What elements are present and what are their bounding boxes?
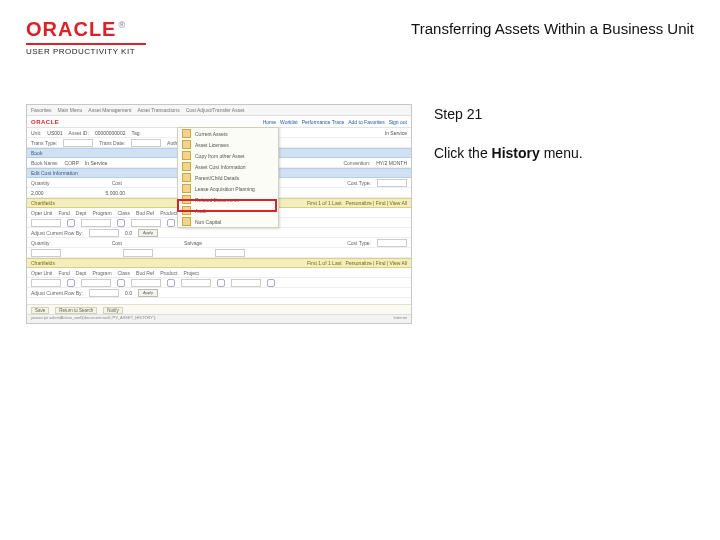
lookup-icon[interactable]	[117, 279, 125, 287]
bc-0: Favorites	[31, 107, 52, 113]
conv-label: Convention:	[343, 160, 370, 166]
status-right: Internet	[393, 315, 407, 323]
logo-tm: ®	[118, 20, 126, 30]
lookup-icon[interactable]	[167, 219, 175, 227]
status-left: javascript submitAction_win0(document.wi…	[31, 315, 156, 323]
menu-item: Current Assets	[178, 128, 278, 139]
history-highlight	[177, 199, 277, 212]
link-fav[interactable]: Add to Favorites	[348, 119, 384, 125]
bc-1: Main Menu	[58, 107, 83, 113]
go-menu[interactable]: Current Assets Asset Licenses Copy from …	[177, 127, 279, 228]
book-name-label: Book Name:	[31, 160, 59, 166]
folder-icon	[182, 173, 191, 182]
adjust-row: Adjust Current Row By: 0.0 Apply	[27, 228, 411, 238]
folder-icon	[182, 162, 191, 171]
adjust-value: 0.0	[125, 230, 132, 236]
trans-type-input[interactable]	[63, 139, 93, 147]
lookup-icon[interactable]	[167, 279, 175, 287]
unit-value: US001	[47, 130, 62, 136]
folder-icon	[182, 151, 191, 160]
find-link[interactable]: Personalize | Find | View All	[346, 200, 407, 206]
cost-value-row-2	[27, 248, 411, 258]
app-screenshot: Favorites Main Menu Asset Management Ass…	[26, 104, 412, 324]
trans-type-label: Trans Type:	[31, 140, 57, 146]
qty-input[interactable]	[31, 249, 61, 257]
apply-button[interactable]: Apply	[138, 289, 158, 297]
header: ORACLE® USER PRODUCTIVITY KIT Transferri…	[26, 18, 694, 56]
menu-item: Parent/Child Details	[178, 172, 278, 183]
adjust-label: Adjust Current Row By:	[31, 230, 83, 236]
cf-input[interactable]	[81, 279, 111, 287]
folder-icon	[182, 129, 191, 138]
book-name: CORP	[65, 160, 79, 166]
lookup-icon[interactable]	[117, 219, 125, 227]
cost-header-row-2: Quantity Cost Salvage Cost Type:	[27, 238, 411, 248]
menu-item: Asset Cost Information	[178, 161, 278, 172]
link-home[interactable]: Home	[263, 119, 276, 125]
chart-section-2: Chartfields Personalize | Find | View Al…	[27, 258, 411, 268]
tag-label: Tag:	[131, 130, 140, 136]
cost-value: 5,000.00	[106, 190, 125, 196]
lookup-icon[interactable]	[217, 279, 225, 287]
qty-label: Quantity	[31, 180, 50, 186]
folder-icon	[182, 217, 191, 226]
cf-input[interactable]	[81, 219, 111, 227]
status-value: In Service	[385, 130, 407, 136]
apply-button[interactable]: Apply	[138, 229, 158, 237]
logo-text: ORACLE	[26, 18, 116, 40]
costtype-label: Cost Type:	[347, 180, 371, 186]
adjust-input[interactable]	[89, 289, 119, 297]
bc-4: Cost Adjust/Transfer Asset	[186, 107, 245, 113]
body: Favorites Main Menu Asset Management Ass…	[26, 104, 694, 324]
lookup-icon[interactable]	[67, 279, 75, 287]
folder-icon	[182, 184, 191, 193]
brand-subtitle: USER PRODUCTIVITY KIT	[26, 47, 146, 56]
menu-item: Non Capital	[178, 216, 278, 227]
doc-title: Transferring Assets Within a Business Un…	[411, 20, 694, 37]
oracle-logo: ORACLE®	[26, 18, 146, 41]
brand-block: ORACLE® USER PRODUCTIVITY KIT	[26, 18, 146, 56]
cf-input[interactable]	[31, 279, 61, 287]
lookup-icon[interactable]	[67, 219, 75, 227]
brand-rule	[26, 43, 146, 45]
cf-input[interactable]	[131, 219, 161, 227]
app-logo: ORACLE	[31, 119, 59, 125]
book-status: In Service	[85, 160, 107, 166]
save-button[interactable]: Save	[31, 307, 49, 314]
return-button[interactable]: Return to Search	[55, 307, 97, 314]
cf-input[interactable]	[131, 279, 161, 287]
step-bold: History	[492, 145, 540, 161]
trans-date-input[interactable]	[131, 139, 161, 147]
unit-label: Unit:	[31, 130, 41, 136]
folder-icon	[182, 140, 191, 149]
step-text: Click the History menu.	[434, 143, 694, 164]
step-after: menu.	[540, 145, 583, 161]
bc-2: Asset Management	[88, 107, 131, 113]
trans-date-label: Trans Date:	[99, 140, 125, 146]
cost-type-input[interactable]	[377, 239, 407, 247]
chart-inputs-row-2	[27, 278, 411, 288]
cost-type-input[interactable]	[377, 179, 407, 187]
asset-value: 00000000002	[95, 130, 126, 136]
breadcrumb: Favorites Main Menu Asset Management Ass…	[27, 105, 411, 116]
menu-item: Lease Acquisition Planning	[178, 183, 278, 194]
row-indicator: First 1 of 1 Last	[307, 200, 341, 206]
lookup-icon[interactable]	[267, 279, 275, 287]
salvage-input[interactable]	[215, 249, 245, 257]
cf-input[interactable]	[231, 279, 261, 287]
adjust-input[interactable]	[89, 229, 119, 237]
menu-item: Copy from other Asset	[178, 150, 278, 161]
menu-item: Asset Licenses	[178, 139, 278, 150]
cf-input[interactable]	[181, 279, 211, 287]
link-perf[interactable]: Performance Trace	[302, 119, 345, 125]
step-before: Click the	[434, 145, 492, 161]
bc-3: Asset Transactions	[137, 107, 179, 113]
conv-value: HY/2 MONTH	[376, 160, 407, 166]
link-worklist[interactable]: Worklist	[280, 119, 298, 125]
link-signout[interactable]: Sign out	[389, 119, 407, 125]
cf-input[interactable]	[31, 219, 61, 227]
cost-input[interactable]	[123, 249, 153, 257]
asset-label: Asset ID:	[69, 130, 89, 136]
cost-label: Cost	[112, 180, 122, 186]
notify-button[interactable]: Notify	[103, 307, 123, 314]
